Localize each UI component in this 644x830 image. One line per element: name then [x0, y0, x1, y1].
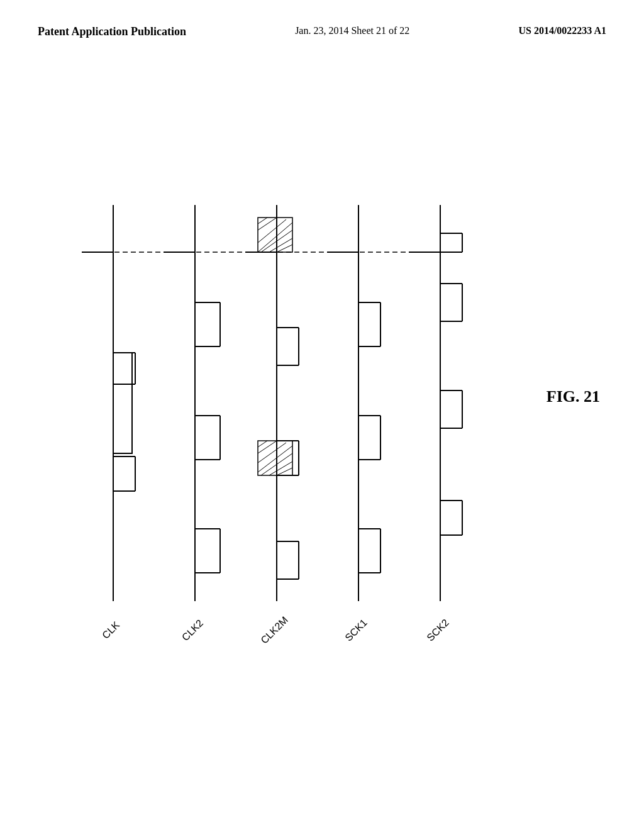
svg-line-37 [258, 441, 267, 447]
figure-label: FIG. 21 [547, 387, 600, 406]
publication-title: Patent Application Publication [38, 25, 186, 38]
svg-text:SCK2: SCK2 [425, 617, 451, 643]
svg-line-32 [258, 443, 286, 463]
publication-number: US 2014/0022233 A1 [518, 25, 606, 36]
svg-line-29 [258, 218, 267, 224]
svg-text:SCK1: SCK1 [343, 617, 369, 643]
svg-line-24 [258, 219, 286, 243]
svg-text:CLK: CLK [100, 619, 121, 641]
svg-text:CLK2M: CLK2M [258, 614, 290, 646]
diagram-area: CLK CLK2 CLK2M SCK1 SCK2 FIG. 21 [0, 51, 644, 743]
publication-date-sheet: Jan. 23, 2014 Sheet 21 of 22 [295, 25, 409, 36]
timing-diagram-svg: CLK CLK2 CLK2M SCK1 SCK2 [50, 108, 541, 686]
svg-line-28 [277, 245, 292, 252]
svg-line-23 [258, 218, 277, 230]
svg-text:CLK2: CLK2 [180, 617, 205, 643]
svg-line-36 [277, 468, 292, 475]
page-header: Patent Application Publication Jan. 23, … [0, 0, 644, 51]
